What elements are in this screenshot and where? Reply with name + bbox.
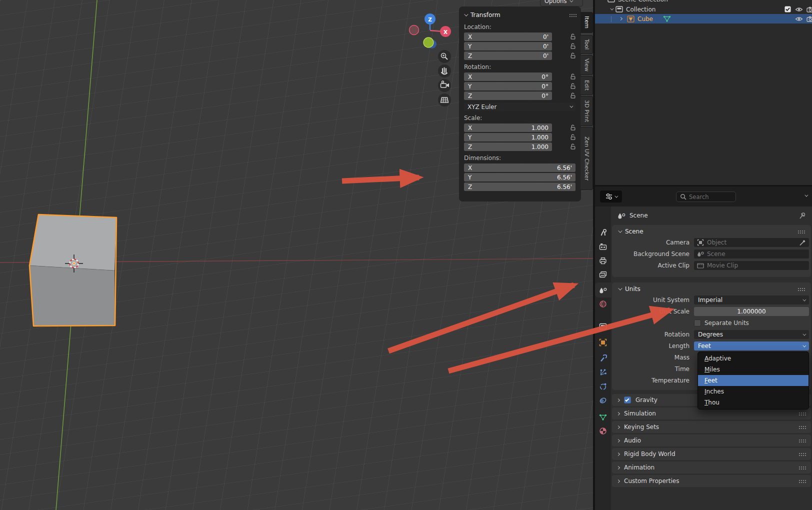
lock-icon[interactable] <box>569 74 576 80</box>
unit-system-dropdown[interactable]: Imperial <box>694 296 809 304</box>
3d-viewport[interactable]: Z X <box>0 0 593 510</box>
lock-icon[interactable] <box>569 34 576 40</box>
location-x-field[interactable]: X0' <box>464 32 552 41</box>
lock-icon[interactable] <box>569 52 576 59</box>
tab-material[interactable] <box>595 424 611 438</box>
location-y-field[interactable]: Y0' <box>464 42 552 50</box>
panel-rigid-body-world[interactable]: Rigid Body World <box>612 448 811 460</box>
scale-x-field[interactable]: X1.000 <box>464 124 552 132</box>
lock-icon[interactable] <box>569 92 576 99</box>
tab-zen-uv-checker[interactable]: Zen UV Checker <box>580 127 593 190</box>
collapse-icon[interactable] <box>464 12 468 16</box>
panel-custom-properties[interactable]: Custom Properties <box>612 475 811 487</box>
drag-handle-icon[interactable] <box>798 288 805 291</box>
rotation-unit-dropdown[interactable]: Degrees <box>694 330 809 339</box>
lock-icon[interactable] <box>569 124 576 131</box>
scale-z-field[interactable]: Z1.000 <box>464 142 552 151</box>
expand-icon[interactable] <box>619 17 622 20</box>
drag-handle-icon[interactable] <box>798 466 806 470</box>
panel-animation[interactable]: Animation <box>612 462 811 474</box>
collection-checkbox[interactable] <box>784 6 791 12</box>
tab-constraints[interactable] <box>595 394 611 407</box>
outliner-row-collection[interactable]: Collection <box>595 4 812 14</box>
unit-scale-field[interactable]: 1.000000 <box>694 307 809 316</box>
tool-icon <box>599 228 607 236</box>
menu-item-miles[interactable]: Miles <box>698 364 808 375</box>
cube-object[interactable] <box>30 214 116 326</box>
tab-collection[interactable] <box>595 320 611 333</box>
drag-handle-icon[interactable] <box>798 452 806 456</box>
pin-icon[interactable] <box>798 212 806 220</box>
rotation-y-field[interactable]: Y0° <box>464 82 552 90</box>
tab-3d-print[interactable]: 3D Print <box>580 96 593 126</box>
tab-render[interactable] <box>595 240 611 253</box>
outliner-row-scene-collection[interactable]: Scene Collection <box>595 0 812 4</box>
viewport-pan-button[interactable] <box>438 64 451 78</box>
rotation-x-field[interactable]: X0° <box>464 72 552 81</box>
tab-view[interactable]: View <box>580 55 593 75</box>
separate-units-checkbox[interactable] <box>694 320 701 326</box>
rotation-mode-dropdown[interactable]: XYZ Euler <box>464 102 576 111</box>
expand-icon[interactable] <box>610 7 614 10</box>
viewport-camera-button[interactable] <box>438 79 451 92</box>
camera-visibility-icon[interactable] <box>806 16 812 22</box>
tab-tool[interactable]: Tool <box>580 35 593 54</box>
viewport-zoom-button[interactable] <box>438 50 451 63</box>
collapse-icon[interactable] <box>618 286 622 290</box>
tab-edit[interactable]: Edit <box>580 76 593 95</box>
menu-item-feet[interactable]: Feet <box>698 375 808 386</box>
search-input[interactable] <box>689 194 729 200</box>
location-z-field[interactable]: Z0' <box>464 52 552 60</box>
menu-item-thou[interactable]: Thou <box>698 397 808 408</box>
lock-icon[interactable] <box>569 83 576 90</box>
drag-handle-icon[interactable] <box>798 480 806 483</box>
lock-icon[interactable] <box>569 43 576 50</box>
collapse-icon[interactable] <box>618 228 622 232</box>
eye-icon[interactable] <box>795 16 803 22</box>
gizmo-axis-y[interactable] <box>424 38 434 48</box>
lock-icon[interactable] <box>569 144 576 150</box>
eye-icon[interactable] <box>795 6 803 12</box>
viewport-ortho-button[interactable] <box>438 94 451 106</box>
gizmo-axis-neg-x[interactable] <box>410 26 419 35</box>
background-scene-field[interactable]: Scene <box>694 250 809 258</box>
tab-object-data[interactable] <box>595 410 611 424</box>
lock-icon[interactable] <box>569 134 576 140</box>
tab-tool[interactable] <box>595 226 611 239</box>
drag-handle-icon[interactable] <box>798 426 806 429</box>
dimensions-y-field[interactable]: Y6.56' <box>464 173 576 182</box>
editor-type-button[interactable] <box>600 190 622 202</box>
dimensions-z-field[interactable]: Z6.56' <box>464 182 576 191</box>
drag-handle-icon[interactable] <box>798 230 805 234</box>
scale-y-field[interactable]: Y1.000 <box>464 133 552 142</box>
camera-visibility-icon[interactable] <box>806 6 812 12</box>
tab-view-layer[interactable] <box>595 268 611 281</box>
chevron-down-icon[interactable] <box>804 194 808 197</box>
tab-particles[interactable] <box>595 366 611 379</box>
tab-physics[interactable] <box>595 380 611 393</box>
outliner-row-cube[interactable]: Cube <box>595 14 812 24</box>
camera-field[interactable]: Object <box>694 238 809 247</box>
active-clip-field[interactable]: Movie Clip <box>694 261 809 270</box>
drag-handle-icon[interactable] <box>798 412 806 416</box>
length-dropdown[interactable]: Feet <box>694 342 809 350</box>
tab-item[interactable]: Item <box>580 12 593 33</box>
drag-handle-icon[interactable] <box>798 439 806 442</box>
gravity-checkbox[interactable] <box>624 396 631 404</box>
tab-modifiers[interactable] <box>595 352 611 365</box>
tab-scene[interactable] <box>595 284 611 296</box>
menu-item-adaptive[interactable]: Adaptive <box>698 353 808 364</box>
panel-audio[interactable]: Audio <box>612 434 811 446</box>
eyedropper-icon[interactable] <box>799 239 806 246</box>
rotation-z-field[interactable]: Z0° <box>464 92 552 100</box>
tab-object[interactable] <box>595 336 611 349</box>
options-button[interactable]: Options <box>540 0 583 6</box>
properties-search[interactable] <box>676 192 736 202</box>
menu-item-inches[interactable]: Inches <box>698 386 808 397</box>
tab-world[interactable] <box>595 298 611 310</box>
navigation-gizmo[interactable]: Z X <box>410 14 452 48</box>
tab-output[interactable] <box>595 254 611 267</box>
drag-handle-icon[interactable] <box>569 14 576 17</box>
dimensions-x-field[interactable]: X6.56' <box>464 164 576 172</box>
panel-keying-sets[interactable]: Keying Sets <box>612 421 811 433</box>
